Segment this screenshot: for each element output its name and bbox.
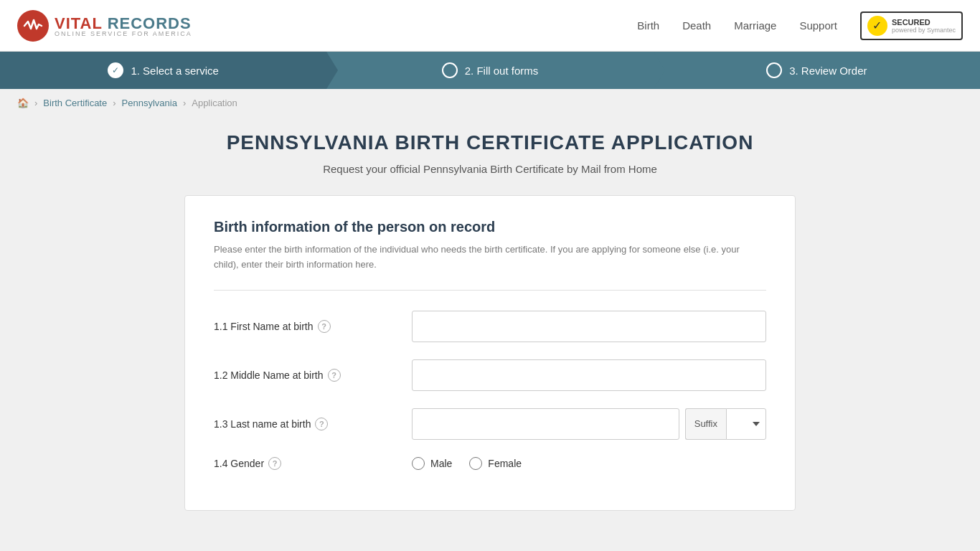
breadcrumb: 🏠 › Birth Certificate › Pennsylvania › A… [0,89,980,117]
first-name-field [412,311,766,342]
last-name-field: Suffix Jr. Sr. II III IV [412,408,766,440]
gender-male-option[interactable]: Male [412,457,452,470]
suffix-select[interactable]: Jr. Sr. II III IV [726,408,766,440]
page-subtitle: Request your official Pennsylvania Birth… [184,163,796,175]
step-1: ✓ 1. Select a service [0,52,326,89]
breadcrumb-birth-cert[interactable]: Birth Certificate [43,98,107,108]
last-name-input-row: Suffix Jr. Sr. II III IV [412,408,766,440]
step-2-arrow [654,52,665,89]
gender-female-radio[interactable] [469,457,482,470]
breadcrumb-state[interactable]: Pennsylvania [122,98,177,108]
gender-options: Male Female [412,457,766,470]
step-1-arrow [326,52,338,89]
last-name-help-icon[interactable]: ? [315,418,328,430]
step-3-circle [766,62,782,78]
steps-bar: ✓ 1. Select a service 2. Fill out forms … [0,52,980,89]
first-name-input[interactable] [412,311,766,342]
middle-name-field [412,359,766,391]
main-nav: Birth Death Marriage Support ✓ SECURED p… [637,11,963,40]
page-title: PENNSYLVANIA BIRTH CERTIFICATE APPLICATI… [184,131,796,154]
step-2-circle [442,62,458,78]
gender-row: 1.4 Gender ? Male Female [214,457,766,470]
site-header: VITAL RECORDS ONLINE SERVICE FOR AMERICA… [0,0,980,52]
breadcrumb-separator-3: › [183,98,186,108]
step-2: 2. Fill out forms [326,52,653,89]
nav-support[interactable]: Support [799,19,837,32]
gender-label: 1.4 Gender ? [214,457,400,470]
middle-name-help-icon[interactable]: ? [328,369,341,382]
norton-check-icon: ✓ [867,16,887,36]
step-3: 3. Review Order [654,52,980,89]
step-2-label: 2. Fill out forms [465,65,539,77]
breadcrumb-separator-2: › [113,98,116,108]
norton-powered-text: powered by Symantec [892,27,956,34]
step-1-label: 1. Select a service [131,65,219,77]
gender-help-icon[interactable]: ? [268,457,281,470]
step-3-label: 3. Review Order [789,65,867,77]
last-name-input[interactable] [412,408,679,440]
gender-male-label: Male [430,458,452,469]
form-divider [214,290,766,291]
breadcrumb-separator-1: › [34,98,37,108]
suffix-label: Suffix [685,408,726,440]
main-content: PENNSYLVANIA BIRTH CERTIFICATE APPLICATI… [167,117,813,540]
first-name-help-icon[interactable]: ? [318,320,331,333]
gender-female-label: Female [488,458,522,469]
middle-name-input[interactable] [412,359,766,391]
nav-marriage[interactable]: Marriage [734,19,776,32]
suffix-wrapper: Suffix Jr. Sr. II III IV [685,408,766,440]
first-name-label: 1.1 First Name at birth ? [214,320,400,333]
step-1-circle: ✓ [108,62,123,78]
last-name-label: 1.3 Last name at birth ? [214,418,400,430]
norton-badge: ✓ SECURED powered by Symantec [860,11,963,40]
section-title: Birth information of the person on recor… [214,219,766,235]
breadcrumb-home[interactable]: 🏠 [17,98,29,108]
norton-secured-text: SECURED [892,18,956,27]
last-name-row: 1.3 Last name at birth ? Suffix Jr. Sr. … [214,408,766,440]
first-name-row: 1.1 First Name at birth ? [214,311,766,342]
home-icon: 🏠 [17,98,29,108]
middle-name-label: 1.2 Middle Name at birth ? [214,369,400,382]
logo-icon [17,10,49,42]
nav-birth[interactable]: Birth [637,19,659,32]
gender-male-radio[interactable] [412,457,425,470]
gender-female-option[interactable]: Female [469,457,522,470]
logo: VITAL RECORDS ONLINE SERVICE FOR AMERICA [17,10,192,42]
section-desc: Please enter the birth information of th… [214,242,766,273]
breadcrumb-current: Application [192,98,237,108]
form-card: Birth information of the person on recor… [184,195,796,511]
logo-subtext: ONLINE SERVICE FOR AMERICA [55,30,192,37]
middle-name-row: 1.2 Middle Name at birth ? [214,359,766,391]
nav-death[interactable]: Death [682,19,711,32]
